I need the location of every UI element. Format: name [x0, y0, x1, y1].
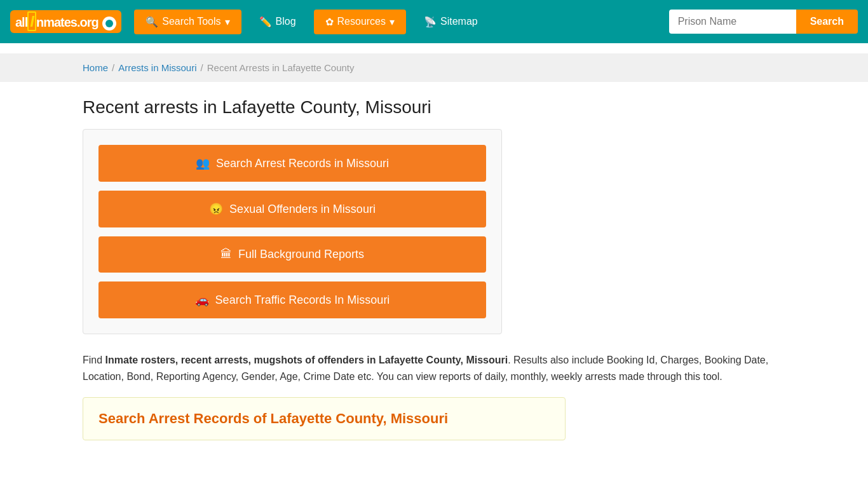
search-arrest-records-button[interactable]: 👥 Search Arrest Records in Missouri [98, 145, 486, 182]
blog-button[interactable]: ✏️ Blog [248, 10, 308, 34]
search-traffic-records-button[interactable]: 🚗 Search Traffic Records In Missouri [98, 281, 486, 318]
prison-search-button[interactable]: Search [796, 10, 858, 34]
blog-icon: ✏️ [259, 16, 272, 28]
breadcrumb: Home / Arrests in Missouri / Recent Arre… [83, 62, 785, 73]
dropdown-icon-resources: ▾ [390, 16, 395, 28]
search-records-section: Search Arrest Records of Lafayette Count… [83, 397, 566, 440]
resources-icon: ✿ [325, 16, 334, 28]
sitemap-button[interactable]: 📡 Sitemap [412, 10, 489, 34]
dropdown-icon: ▾ [225, 16, 230, 28]
main-content: Recent arrests in Lafayette County, Miss… [0, 82, 868, 456]
breadcrumb-arrests-mo[interactable]: Arrests in Missouri [118, 62, 196, 73]
description-text: Find Inmate rosters, recent arrests, mug… [83, 352, 785, 384]
breadcrumb-current: Recent Arrests in Lafayette County [207, 62, 355, 73]
background-reports-icon: 🏛 [220, 248, 232, 261]
navbar: allInmates.org 🔍 Search Tools ▾ ✏️ Blog … [0, 0, 868, 43]
breadcrumb-separator-1: / [112, 62, 114, 73]
action-buttons-card: 👥 Search Arrest Records in Missouri 😠 Se… [83, 129, 502, 334]
search-tools-icon: 🔍 [146, 16, 158, 28]
page-title: Recent arrests in Lafayette County, Miss… [83, 97, 785, 118]
prison-search-form: Search [669, 10, 858, 34]
sexual-offenders-button[interactable]: 😠 Sexual Offenders in Missouri [98, 191, 486, 227]
offenders-icon: 😠 [209, 202, 223, 216]
traffic-records-icon: 🚗 [195, 293, 209, 307]
breadcrumb-separator-2: / [201, 62, 203, 73]
search-records-title: Search Arrest Records of Lafayette Count… [98, 410, 550, 427]
full-background-reports-button[interactable]: 🏛 Full Background Reports [98, 236, 486, 273]
prison-name-input[interactable] [669, 10, 796, 34]
site-logo[interactable]: allInmates.org [10, 10, 121, 33]
breadcrumb-home[interactable]: Home [83, 62, 108, 73]
search-tools-button[interactable]: 🔍 Search Tools ▾ [134, 10, 241, 34]
arrest-records-icon: 👥 [196, 156, 210, 170]
resources-button[interactable]: ✿ Resources ▾ [314, 10, 406, 34]
breadcrumb-section: Home / Arrests in Missouri / Recent Arre… [0, 53, 868, 82]
sitemap-icon: 📡 [424, 16, 437, 28]
